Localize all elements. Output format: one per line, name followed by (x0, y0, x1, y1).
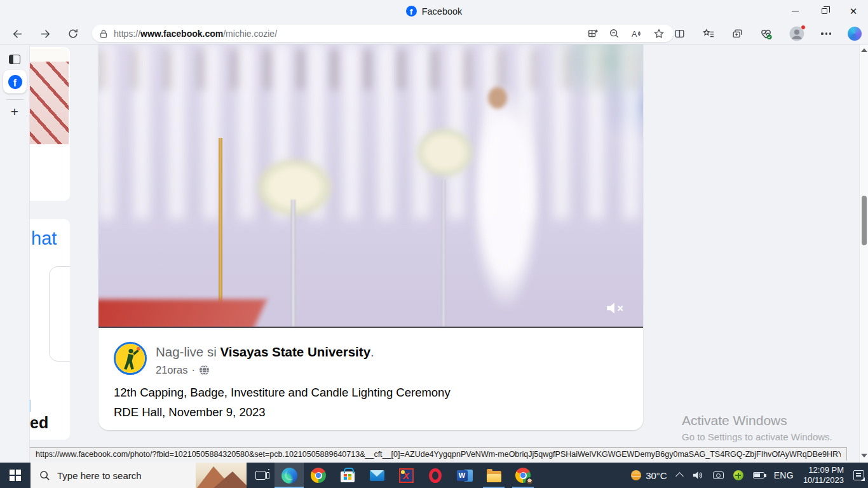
video-people-in-white (98, 44, 643, 219)
partial-text-fragment: ed (30, 414, 48, 432)
restore-icon (822, 8, 827, 14)
taskbar-app-word[interactable] (450, 463, 479, 488)
microsoft-store-icon (341, 471, 355, 482)
page-avatar[interactable] (114, 342, 147, 375)
post-body-line2: RDE Hall, November 9, 2023 (114, 405, 266, 419)
post-timestamp[interactable]: 21oras (156, 364, 187, 376)
tray-expand-chevron-icon[interactable] (675, 472, 684, 480)
x-utility-icon (399, 468, 414, 483)
partial-link[interactable]: hat (31, 228, 57, 249)
taskbar-clock[interactable]: 12:09 PM 10/11/2023 (803, 465, 844, 485)
video-gold-candlestick (219, 138, 222, 313)
tab-divider (6, 99, 24, 100)
taskbar-search-box[interactable]: Type here to search (31, 463, 247, 488)
copilot-icon[interactable] (848, 27, 862, 41)
weather-temperature: 30°C (646, 470, 667, 481)
refresh-button[interactable] (64, 25, 82, 43)
lock-icon (98, 29, 109, 39)
edge-icon (281, 468, 297, 484)
desktop-screen: f Facebook ✕ https://www.facebook.com/mi… (0, 0, 868, 488)
volume-icon[interactable] (692, 470, 703, 480)
taskbar-app-mail[interactable] (362, 463, 391, 488)
tab-actions-menu-icon[interactable] (9, 55, 20, 64)
taskbar-app-store[interactable] (333, 463, 362, 488)
task-view-icon (255, 471, 266, 480)
taskbar-app-opera[interactable] (421, 463, 450, 488)
forward-icon (39, 28, 51, 40)
weather-sun-icon (631, 470, 641, 480)
window-title-text: Facebook (422, 6, 463, 17)
browser-toolbar: https://www.facebook.com/michie.cozie/ A (0, 22, 868, 44)
read-aloud-icon[interactable]: A (630, 28, 643, 39)
favorite-star-icon[interactable] (653, 28, 665, 39)
scrollbar-thumb[interactable] (862, 196, 867, 245)
language-indicator[interactable]: ENG (774, 470, 794, 480)
facebook-tab-favicon-icon: f (8, 75, 22, 89)
profile-mini-avatar-icon (526, 477, 534, 485)
profile-notification-dot (801, 25, 806, 30)
url-text: https://www.facebook.com/michie.cozie/ (114, 29, 587, 39)
settings-more-button[interactable] (821, 32, 831, 34)
video-flower-stand-left (291, 200, 295, 327)
chrome-icon (311, 468, 326, 483)
scroll-up-arrow[interactable] (861, 48, 867, 52)
task-view-button[interactable] (247, 463, 275, 488)
meet-now-icon[interactable] (713, 471, 724, 479)
split-screen-icon[interactable] (674, 28, 686, 39)
scroll-down-arrow[interactable] (861, 454, 867, 458)
zoom-out-indicator-icon[interactable] (609, 28, 620, 39)
collections-icon[interactable] (731, 28, 743, 39)
forward-button[interactable] (36, 25, 54, 43)
video-flower-stand-right (442, 180, 445, 327)
file-explorer-icon (487, 471, 501, 482)
green-tray-icon[interactable] (733, 470, 743, 480)
weather-widget[interactable]: 30°C (631, 470, 667, 481)
globe-privacy-icon (199, 365, 210, 376)
back-button[interactable] (8, 25, 26, 43)
refresh-icon (67, 28, 79, 39)
search-icon (39, 470, 50, 481)
video-red-carpet (98, 299, 267, 328)
mail-icon (370, 470, 384, 481)
taskbar-app-chrome-profile[interactable] (508, 463, 538, 488)
profile-button[interactable] (789, 26, 804, 41)
grid-plus-icon[interactable] (587, 28, 599, 39)
vertical-tab-strip: f + (0, 44, 30, 463)
search-placeholder-text: Type here to search (57, 470, 142, 481)
action-center-icon[interactable] (853, 470, 864, 480)
activate-windows-watermark: Activate Windows Go to Settings to activ… (682, 413, 832, 442)
taskbar-app-edge[interactable] (275, 463, 304, 488)
restore-button[interactable] (810, 0, 839, 22)
new-tab-button[interactable]: + (8, 105, 21, 118)
partial-post-photo (30, 48, 69, 144)
back-icon (11, 28, 24, 40)
post-body-line1: 12th Capping, Badge, Investiture and Can… (114, 386, 451, 400)
video-walking-woman (458, 72, 553, 328)
active-tab-facebook[interactable]: f (3, 70, 27, 93)
taskbar-app-file-explorer[interactable] (479, 463, 508, 488)
partial-post-card-bottom[interactable]: hat l ed (30, 219, 70, 440)
page-scrollbar[interactable] (859, 44, 868, 463)
start-button[interactable] (0, 463, 31, 488)
close-button[interactable]: ✕ (839, 0, 868, 22)
battery-icon[interactable] (753, 472, 764, 478)
minimize-icon (792, 11, 799, 11)
browser-titlebar: f Facebook ✕ (0, 0, 868, 22)
address-bar[interactable]: https://www.facebook.com/michie.cozie/ A (92, 25, 674, 42)
windows-taskbar: Type here to search (0, 463, 868, 488)
svg-text:A: A (632, 29, 637, 38)
word-icon (457, 468, 473, 483)
browser-essentials-icon[interactable] (760, 28, 773, 40)
partial-attachment-box (49, 266, 70, 362)
page-name-link[interactable]: Visayas State University (220, 344, 370, 359)
favorites-list-icon[interactable] (702, 28, 715, 39)
taskbar-app-chrome[interactable] (304, 463, 333, 488)
taskbar-app-x-utility[interactable] (391, 463, 421, 488)
minimize-button[interactable] (780, 0, 810, 22)
close-icon: ✕ (850, 6, 858, 16)
mute-button[interactable] (605, 300, 627, 318)
post-meta: 21oras · (156, 364, 210, 376)
post-video[interactable] (98, 44, 643, 328)
post-header: Nag-live si Visayas State University. (156, 344, 374, 360)
partial-post-card-top[interactable] (30, 47, 70, 201)
